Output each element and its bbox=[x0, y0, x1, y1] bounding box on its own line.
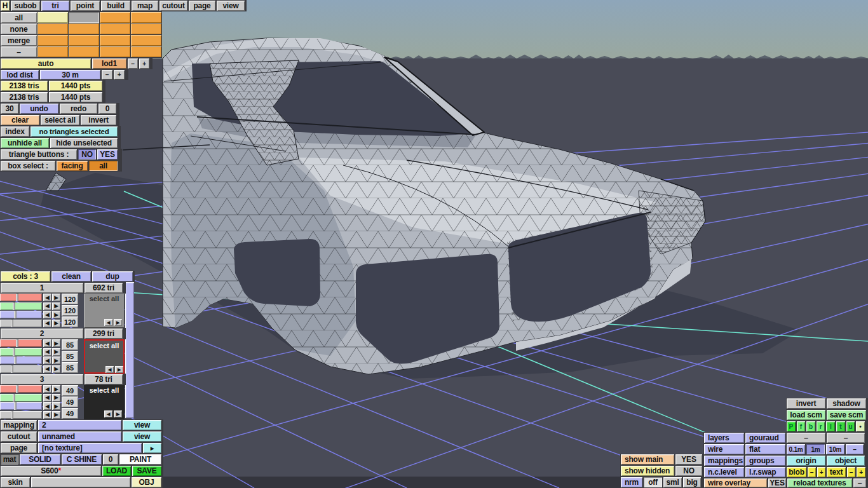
slider-step-left-button[interactable]: ◀ bbox=[43, 385, 51, 393]
load-button[interactable]: LOAD bbox=[102, 466, 131, 476]
slider-step-left-button[interactable]: ◀ bbox=[43, 394, 51, 402]
slider-step-left-button[interactable]: ◀ bbox=[43, 302, 51, 310]
scm-key-t[interactable]: t bbox=[836, 421, 845, 431]
color-slider[interactable] bbox=[0, 348, 42, 356]
shadow-button[interactable]: shadow bbox=[827, 398, 866, 409]
reload-dash-button[interactable]: – bbox=[853, 478, 866, 487]
cutout-label[interactable]: cutout bbox=[1, 431, 37, 442]
lod-auto-button[interactable]: auto bbox=[1, 58, 91, 69]
slider-step-left-button[interactable]: ◀ bbox=[43, 411, 51, 419]
dash-button-1[interactable]: – bbox=[787, 433, 825, 443]
scm-key-f[interactable]: f bbox=[797, 421, 806, 431]
channel-value[interactable]: 49 bbox=[62, 396, 78, 407]
invert-button[interactable]: invert bbox=[81, 115, 116, 125]
c-shine-button[interactable]: C SHINE bbox=[62, 454, 102, 464]
reload-textures-button[interactable]: reload textures bbox=[787, 478, 852, 487]
text-plus-button[interactable]: + bbox=[857, 467, 865, 477]
slider-step-right-button[interactable]: ▶ bbox=[52, 365, 60, 373]
scm-key-p[interactable]: P bbox=[787, 421, 796, 431]
selgrid-cell[interactable] bbox=[131, 46, 161, 57]
dup-button[interactable]: dup bbox=[92, 271, 133, 281]
channel-value[interactable]: 49 bbox=[62, 408, 78, 419]
slider-step-right-button[interactable]: ▶ bbox=[52, 339, 60, 347]
lod-dist-minus-button[interactable]: – bbox=[102, 70, 112, 79]
slider-thumb[interactable] bbox=[13, 394, 15, 402]
channel-value[interactable]: 85 bbox=[62, 362, 78, 373]
slider-step-left-button[interactable]: ◀ bbox=[43, 348, 51, 356]
object-button[interactable]: object bbox=[827, 456, 865, 466]
color-slider[interactable] bbox=[0, 402, 42, 410]
slider-thumb[interactable] bbox=[11, 411, 13, 419]
selgrid-cell[interactable] bbox=[100, 46, 130, 57]
section-step-right-button[interactable]: ▶ bbox=[114, 319, 122, 326]
nc-level-button[interactable]: n.c.level bbox=[704, 467, 744, 477]
groups-button[interactable]: groups bbox=[745, 456, 785, 466]
slider-step-right-button[interactable]: ▶ bbox=[52, 385, 60, 393]
slider-step-left-button[interactable]: ◀ bbox=[43, 320, 51, 327]
hide-unselected-button[interactable]: hide unselected bbox=[50, 138, 118, 148]
shine-value[interactable]: 0 bbox=[103, 454, 118, 464]
selgrid-none[interactable]: none bbox=[1, 24, 37, 34]
slider-step-right-button[interactable]: ▶ bbox=[52, 348, 60, 356]
skin-value[interactable] bbox=[31, 477, 130, 487]
save-button[interactable]: SAVE bbox=[132, 466, 161, 476]
grid-01m-button[interactable]: 0.1m bbox=[787, 444, 805, 454]
channel-value[interactable]: 120 bbox=[62, 305, 78, 316]
redo-button[interactable]: redo bbox=[60, 104, 97, 114]
selgrid-dash[interactable]: – bbox=[1, 46, 37, 57]
slider-thumb[interactable] bbox=[16, 294, 18, 301]
slider-step-right-button[interactable]: ▶ bbox=[52, 311, 60, 318]
solid-button[interactable]: SOLID bbox=[20, 454, 60, 464]
unhide-all-button[interactable]: unhide all bbox=[1, 138, 49, 148]
slider-thumb[interactable] bbox=[13, 302, 15, 310]
origin-button[interactable]: origin bbox=[787, 456, 825, 466]
scm-key-u[interactable]: u bbox=[846, 421, 855, 431]
tab-page[interactable]: page bbox=[189, 1, 215, 11]
lr-swap-button[interactable]: l.r.swap bbox=[745, 467, 785, 477]
selgrid-cell[interactable] bbox=[131, 35, 161, 46]
scm-key-dot[interactable]: • bbox=[856, 421, 865, 431]
color-slider[interactable] bbox=[0, 294, 42, 301]
tab-view[interactable]: view bbox=[217, 1, 245, 11]
channel-value[interactable]: 120 bbox=[62, 294, 78, 304]
slider-thumb[interactable] bbox=[16, 385, 18, 393]
wire-overlay-yes[interactable]: YES bbox=[768, 478, 786, 487]
show-hidden-no[interactable]: NO bbox=[675, 466, 702, 476]
triangle-buttons-yes[interactable]: YES bbox=[97, 149, 118, 159]
undo-button[interactable]: undo bbox=[20, 104, 58, 114]
color-slider[interactable] bbox=[0, 356, 42, 364]
load-scm-button[interactable]: load scm bbox=[787, 410, 825, 420]
paint-button[interactable]: PAINT bbox=[119, 454, 161, 464]
obj-button[interactable]: OBJ bbox=[132, 477, 161, 487]
clean-button[interactable]: clean bbox=[51, 271, 91, 281]
color-slider[interactable] bbox=[0, 339, 42, 347]
slider-thumb[interactable] bbox=[13, 348, 15, 356]
lod-minus-button[interactable]: – bbox=[128, 58, 138, 69]
section1-num[interactable]: 1 bbox=[1, 283, 83, 293]
box-select-facing[interactable]: facing bbox=[57, 161, 88, 171]
selgrid-cell[interactable] bbox=[100, 24, 130, 34]
tab-h[interactable]: H bbox=[1, 1, 10, 11]
wire-button[interactable]: wire bbox=[704, 444, 744, 454]
channel-value[interactable]: 120 bbox=[62, 316, 78, 327]
color-slider[interactable] bbox=[0, 411, 42, 419]
nrm-sml-button[interactable]: sml bbox=[663, 477, 682, 487]
slider-thumb[interactable] bbox=[14, 402, 17, 410]
nrm-big-button[interactable]: big bbox=[683, 477, 701, 487]
slider-step-right-button[interactable]: ▶ bbox=[52, 356, 60, 364]
slider-step-right-button[interactable]: ▶ bbox=[52, 394, 60, 402]
section-select-all-button[interactable]: select all ◀ ▶ bbox=[84, 385, 125, 419]
show-main-yes[interactable]: YES bbox=[675, 454, 702, 464]
section-select-all-button[interactable]: select all ◀ ▶ bbox=[84, 294, 125, 328]
show-hidden-button[interactable]: show hidden bbox=[621, 466, 674, 476]
box-select-all[interactable]: all bbox=[89, 161, 118, 171]
tab-tri[interactable]: tri bbox=[41, 1, 69, 11]
gouraud-button[interactable]: gouraud bbox=[745, 433, 785, 443]
color-slider[interactable] bbox=[0, 320, 42, 327]
section-step-left-button[interactable]: ◀ bbox=[105, 366, 114, 373]
tab-subob[interactable]: subob bbox=[11, 1, 40, 11]
file-name[interactable]: S600* bbox=[1, 466, 101, 476]
slider-step-left-button[interactable]: ◀ bbox=[43, 339, 51, 347]
section2-num[interactable]: 2 bbox=[1, 329, 83, 339]
grid-10m-button[interactable]: 10m bbox=[826, 444, 844, 454]
